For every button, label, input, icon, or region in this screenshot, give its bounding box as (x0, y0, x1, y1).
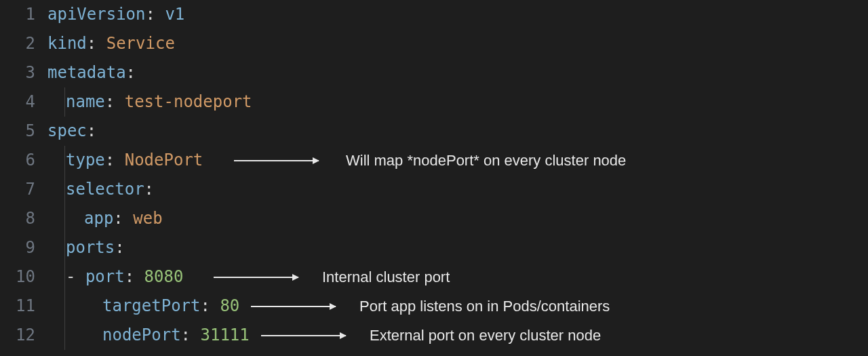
annotation-text: Will map *nodePort* on every cluster nod… (346, 146, 626, 175)
code-line: apiVersion: v1 (47, 0, 868, 29)
code-line: spec: (47, 117, 868, 146)
annotation-text: Internal cluster port (322, 262, 450, 292)
arrow-icon (214, 277, 298, 278)
indent-guide (64, 175, 65, 204)
code-line: selector: (47, 175, 868, 204)
indent-guide (64, 146, 65, 175)
line-number: 4 (0, 87, 35, 117)
indent-guide (64, 321, 65, 350)
code-area[interactable]: apiVersion: v1 kind: Service metadata: n… (47, 0, 868, 356)
indent-guide (64, 87, 65, 117)
yaml-value: 80 (220, 296, 239, 315)
code-line: kind: Service (47, 29, 868, 58)
yaml-key: type (66, 151, 105, 170)
yaml-value: NodePort (125, 151, 203, 170)
yaml-value: 31111 (201, 325, 250, 344)
yaml-key: ports (66, 238, 115, 257)
line-number: 6 (0, 146, 35, 175)
line-number: 5 (0, 117, 35, 146)
yaml-key: port (85, 267, 125, 286)
code-line: nodePort: 31111 External port on every c… (47, 321, 868, 350)
yaml-key: name (66, 92, 105, 111)
code-line: - port: 8080 Internal cluster port (47, 262, 868, 292)
line-number: 8 (0, 204, 35, 233)
arrow-icon (234, 160, 319, 161)
line-number: 7 (0, 175, 35, 204)
line-number-gutter: 1 2 3 4 5 6 7 8 9 10 11 12 (0, 0, 47, 356)
line-number: 3 (0, 58, 35, 87)
indent-guide (64, 292, 65, 321)
line-number: 12 (0, 321, 35, 350)
yaml-key: spec (47, 121, 87, 140)
yaml-value: Service (106, 34, 175, 53)
arrow-icon (261, 335, 346, 336)
yaml-key: targetPort (102, 296, 201, 315)
yaml-value: v1 (165, 5, 184, 24)
yaml-key: metadata (47, 63, 126, 82)
line-number: 9 (0, 233, 35, 262)
line-number: 1 (0, 0, 35, 29)
yaml-key: selector (66, 180, 144, 199)
yaml-value: test-nodeport (125, 92, 252, 111)
annotation-text: Port app listens on in Pods/containers (359, 292, 610, 321)
annotation-text: External port on every cluster node (370, 321, 601, 350)
yaml-value: 8080 (144, 267, 184, 286)
indent-guide (64, 204, 65, 233)
code-line: name: test-nodeport (47, 87, 868, 117)
code-line: app: web (47, 204, 868, 233)
line-number: 11 (0, 292, 35, 321)
yaml-value: web (133, 209, 162, 228)
yaml-key: kind (47, 34, 87, 53)
arrow-icon (251, 306, 336, 307)
code-line: type: NodePort Will map *nodePort* on ev… (47, 146, 868, 175)
yaml-key: apiVersion (47, 5, 146, 24)
yaml-key: nodePort (102, 325, 181, 344)
code-line: targetPort: 80 Port app listens on in Po… (47, 292, 868, 321)
code-line: ports: (47, 233, 868, 262)
yaml-dash: - (66, 267, 85, 286)
code-editor: 1 2 3 4 5 6 7 8 9 10 11 12 apiVersion: v… (0, 0, 868, 356)
line-number: 10 (0, 262, 35, 292)
line-number: 2 (0, 29, 35, 58)
code-line: metadata: (47, 58, 868, 87)
yaml-key: app (84, 209, 113, 228)
indent-guide (64, 233, 65, 262)
indent-guide (64, 262, 65, 292)
